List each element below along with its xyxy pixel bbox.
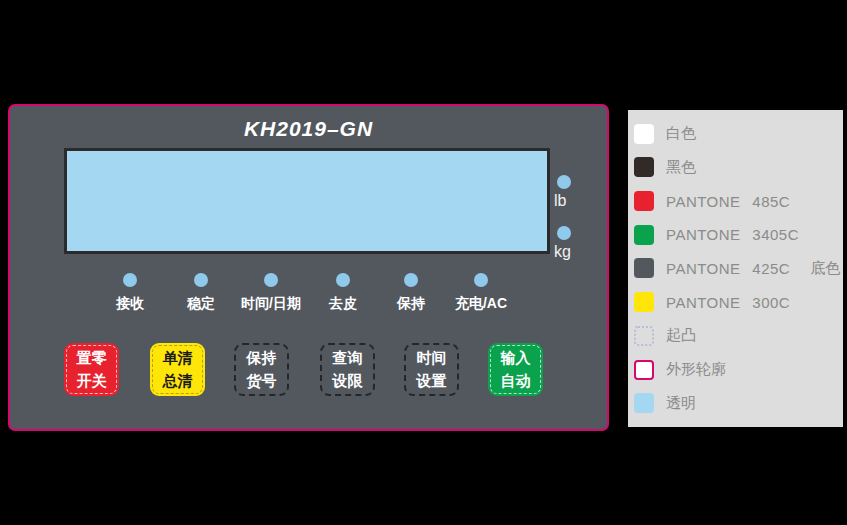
button-label-line2: 设限 xyxy=(333,370,363,393)
legend-label: 白色 xyxy=(666,124,696,143)
button-query-set-limit[interactable]: 查询 设限 xyxy=(320,343,375,396)
legend-item-pantone-425c: PANTONE 425C 底色 xyxy=(634,258,843,278)
lcd-display xyxy=(64,148,550,254)
legend-label: 黑色 xyxy=(666,158,696,177)
kg-label: kg xyxy=(554,243,610,261)
swatch-transparent xyxy=(634,393,654,413)
legend-label: PANTONE 485C xyxy=(666,193,790,210)
button-label-line1: 单清 xyxy=(163,347,193,370)
status-dot xyxy=(264,273,278,287)
button-label-line2: 总清 xyxy=(163,370,193,393)
button-label-line1: 查询 xyxy=(333,347,363,370)
kg-indicator-dot xyxy=(557,226,571,240)
button-label-line1: 输入 xyxy=(501,347,531,370)
status-dot xyxy=(336,273,350,287)
legend-item-outline: 外形轮廓 xyxy=(634,360,843,380)
legend-item-black: 黑色 xyxy=(634,157,843,177)
button-zero-power[interactable]: 置零 开关 xyxy=(64,343,119,396)
status-dot xyxy=(194,273,208,287)
legend-label: 起凸 xyxy=(666,326,696,345)
status-label: 充电/AC xyxy=(436,295,526,313)
swatch-emboss xyxy=(634,326,654,346)
button-single-total-clear[interactable]: 单清 总清 xyxy=(150,343,205,396)
legend-label: PANTONE 425C xyxy=(666,260,790,277)
indicator-front-panel: KH2019–GN lb kg 接收 稳定 时间/日期 去皮 保持 xyxy=(8,104,609,431)
button-hold-item-no[interactable]: 保持 货号 xyxy=(234,343,289,396)
legend-item-white: 白色 xyxy=(634,124,843,144)
lb-label: lb xyxy=(554,192,610,210)
unit-indicator-lb: lb xyxy=(550,175,610,210)
button-time-setting[interactable]: 时间 设置 xyxy=(404,343,459,396)
button-label-line2: 设置 xyxy=(417,370,447,393)
swatch-white xyxy=(634,124,654,144)
button-label-line1: 保持 xyxy=(247,347,277,370)
button-label-line1: 时间 xyxy=(417,347,447,370)
button-label-line1: 置零 xyxy=(77,347,107,370)
unit-indicator-kg: kg xyxy=(550,226,610,261)
legend-label: 透明 xyxy=(666,394,696,413)
swatch-outline xyxy=(634,360,654,380)
swatch-pantone-485c xyxy=(634,191,654,211)
lb-indicator-dot xyxy=(557,175,571,189)
swatch-black xyxy=(634,157,654,177)
swatch-pantone-3405c xyxy=(634,225,654,245)
legend-item-pantone-300c: PANTONE 300C xyxy=(634,292,843,312)
status-dot xyxy=(404,273,418,287)
status-dot xyxy=(123,273,137,287)
button-label-line2: 货号 xyxy=(247,370,277,393)
spec-canvas: KH2019–GN lb kg 接收 稳定 时间/日期 去皮 保持 xyxy=(0,0,847,525)
status-indicator-charge-ac: 充电/AC xyxy=(436,273,526,313)
legend-label: PANTONE 3405C xyxy=(666,226,799,243)
button-label-line2: 开关 xyxy=(77,370,107,393)
model-title: KH2019–GN xyxy=(10,117,607,141)
status-dot xyxy=(474,273,488,287)
swatch-pantone-300c xyxy=(634,292,654,312)
color-legend: 白色 黑色 PANTONE 485C PANTONE 3405C PANTONE… xyxy=(628,110,843,427)
button-label-line2: 自动 xyxy=(501,370,531,393)
legend-item-pantone-3405c: PANTONE 3405C xyxy=(634,225,843,245)
legend-label: PANTONE 300C xyxy=(666,294,790,311)
legend-note-base-color: 底色 xyxy=(810,259,840,278)
swatch-pantone-425c xyxy=(634,258,654,278)
button-input-auto[interactable]: 输入 自动 xyxy=(488,343,543,396)
legend-label: 外形轮廓 xyxy=(666,360,726,379)
legend-item-transparent: 透明 xyxy=(634,393,843,413)
legend-item-emboss: 起凸 xyxy=(634,326,843,346)
legend-item-pantone-485c: PANTONE 485C xyxy=(634,191,843,211)
